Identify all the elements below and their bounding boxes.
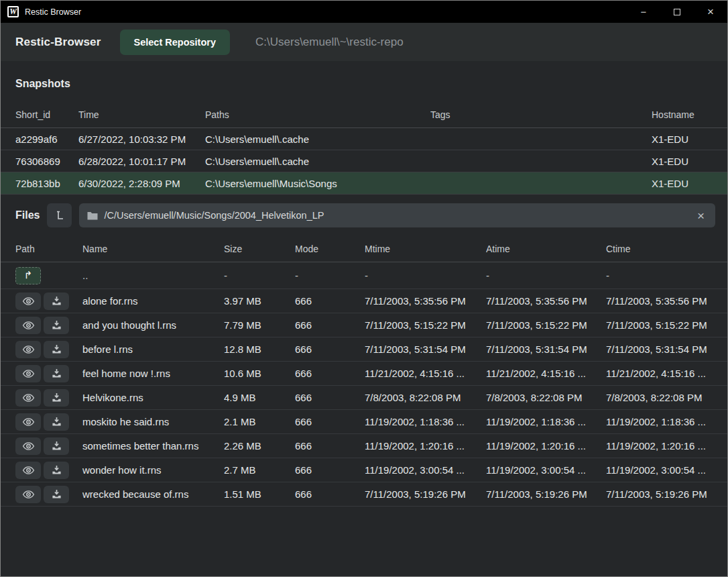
preview-file-button[interactable] [15, 293, 41, 310]
app-logo-icon: W [7, 6, 19, 17]
file-mtime: - [365, 270, 486, 281]
download-icon [52, 368, 62, 378]
file-name[interactable]: before l.rns [82, 344, 224, 355]
eye-icon [22, 490, 35, 499]
go-to-parent-button[interactable]: ↱ [15, 267, 41, 284]
eye-icon [22, 297, 35, 306]
download-icon [52, 417, 62, 427]
file-name[interactable]: sometimes better than.rns [82, 440, 224, 452]
file-name[interactable]: moskito he said.rns [82, 416, 224, 427]
file-name[interactable]: feel home now !.rns [82, 368, 224, 379]
file-row: alone for.rns 3.97 MB 666 7/11/2003, 5:3… [1, 289, 727, 313]
files-toolbar: Files /C/Users/emuell/Music/Songs/2004_H… [1, 195, 727, 235]
preview-file-button[interactable] [15, 341, 41, 358]
download-file-button[interactable] [44, 365, 69, 382]
tree-toggle-icon [54, 210, 65, 221]
snapshot-paths: C:\Users\emuell\.cache [205, 156, 430, 167]
snapshot-row[interactable]: 76306869 6/28/2022, 10:01:17 PM C:\Users… [1, 150, 727, 172]
file-name[interactable]: wonder how it.rns [82, 464, 224, 476]
file-ctime: 11/19/2002, 1:20:16 ... [606, 440, 716, 452]
snapshot-row[interactable]: a2299af6 6/27/2022, 10:03:32 PM C:\Users… [1, 128, 727, 150]
download-file-button[interactable] [44, 437, 69, 455]
file-row: moskito he said.rns 2.1 MB 666 11/19/200… [1, 410, 727, 434]
preview-file-button[interactable] [15, 389, 41, 407]
minimize-icon: − [641, 6, 647, 17]
file-size: 3.97 MB [224, 295, 295, 307]
eye-icon [22, 466, 35, 475]
snapshots-heading: Snapshots [15, 78, 713, 90]
files-path-bar[interactable]: /C/Users/emuell/Music/Songs/2004_Helveti… [79, 203, 715, 227]
file-name[interactable]: .. [82, 270, 224, 281]
window-controls: − × [627, 1, 727, 23]
file-atime: 7/11/2003, 5:19:26 PM [486, 488, 606, 500]
file-name[interactable]: and you thought l.rns [82, 319, 224, 331]
select-repository-button[interactable]: Select Repository [120, 30, 231, 55]
snapshot-row-selected[interactable]: 72b813bb 6/30/2022, 2:28:09 PM C:\Users\… [1, 172, 727, 195]
download-file-button[interactable] [44, 389, 69, 407]
tree-view-toggle-button[interactable] [47, 203, 72, 227]
preview-file-button[interactable] [15, 365, 41, 382]
parent-arrow-icon: ↱ [24, 270, 33, 280]
minimize-button[interactable]: − [627, 1, 660, 23]
preview-file-button[interactable] [15, 413, 41, 431]
col-name: Name [82, 244, 224, 254]
file-mode: 666 [295, 488, 365, 500]
download-file-button[interactable] [44, 293, 69, 310]
file-name[interactable]: wrecked because of.rns [82, 488, 224, 500]
preview-file-button[interactable] [15, 317, 41, 334]
snapshot-time: 6/28/2022, 10:01:17 PM [78, 156, 205, 167]
file-atime: 7/11/2003, 5:35:56 PM [486, 295, 606, 307]
download-file-button[interactable] [44, 462, 69, 479]
col-paths: Paths [205, 109, 430, 120]
file-atime: 11/19/2002, 3:00:54 ... [486, 464, 606, 476]
col-short-id: Short_id [15, 109, 78, 120]
snapshot-paths: C:\Users\emuell\.cache [205, 134, 430, 145]
clear-path-button[interactable]: × [694, 209, 707, 222]
file-size: - [224, 270, 295, 281]
file-row: before l.rns 12.8 MB 666 7/11/2003, 5:31… [1, 337, 727, 362]
preview-file-button[interactable] [15, 486, 41, 503]
file-mode: 666 [295, 464, 365, 476]
file-ctime: 7/11/2003, 5:31:54 PM [606, 344, 716, 355]
download-file-button[interactable] [44, 317, 69, 334]
col-tags: Tags [430, 109, 652, 120]
snapshot-hostname: X1-EDU [652, 156, 716, 167]
file-atime: 7/11/2003, 5:31:54 PM [486, 344, 606, 355]
app-header: Restic-Browser Select Repository C:\User… [1, 23, 727, 61]
file-name[interactable]: alone for.rns [82, 295, 224, 307]
file-name[interactable]: Helvikone.rns [82, 392, 224, 403]
file-ctime: 11/21/2002, 4:15:16 ... [606, 368, 716, 379]
file-row: sometimes better than.rns 2.26 MB 666 11… [1, 434, 727, 458]
snapshots-table-header: Short_id Time Paths Tags Hostname [1, 101, 727, 128]
close-button[interactable]: × [694, 1, 727, 23]
download-file-button[interactable] [44, 486, 69, 503]
file-mtime: 7/11/2003, 5:15:22 PM [365, 319, 486, 331]
files-table-header: Path Name Size Mode Mtime Atime Ctime [1, 235, 727, 262]
file-row: Helvikone.rns 4.9 MB 666 7/8/2003, 8:22:… [1, 386, 727, 410]
download-file-button[interactable] [44, 341, 69, 358]
maximize-button[interactable] [660, 1, 694, 23]
file-mtime: 11/21/2002, 4:15:16 ... [365, 368, 486, 379]
file-mode: 666 [295, 295, 365, 307]
download-icon [52, 441, 62, 451]
file-atime: 11/21/2002, 4:15:16 ... [486, 368, 606, 379]
snapshot-hostname: X1-EDU [652, 178, 716, 189]
file-mtime: 7/11/2003, 5:35:56 PM [365, 295, 486, 307]
col-path: Path [15, 244, 82, 254]
preview-file-button[interactable] [15, 437, 41, 455]
file-mtime: 7/11/2003, 5:31:54 PM [365, 344, 486, 355]
snapshot-hostname: X1-EDU [652, 134, 716, 145]
eye-icon [22, 393, 35, 403]
file-size: 4.9 MB [224, 392, 295, 403]
col-atime: Atime [486, 244, 606, 254]
eye-icon [22, 441, 35, 451]
file-ctime: 7/11/2003, 5:19:26 PM [606, 488, 716, 500]
folder-icon [87, 211, 98, 220]
parent-directory-row: ↱ .. - - - - - [1, 262, 727, 289]
eye-icon [22, 321, 35, 330]
preview-file-button[interactable] [15, 462, 41, 479]
file-mtime: 11/19/2002, 1:18:36 ... [365, 416, 486, 427]
download-file-button[interactable] [44, 413, 69, 431]
window-title: Restic Browser [25, 7, 81, 17]
eye-icon [22, 417, 35, 427]
